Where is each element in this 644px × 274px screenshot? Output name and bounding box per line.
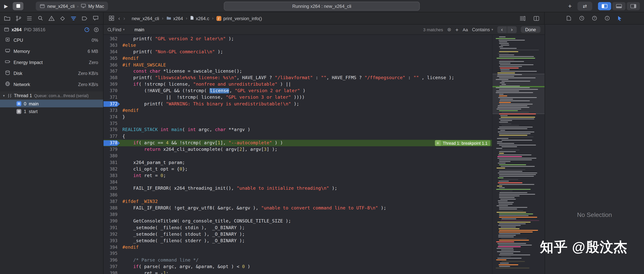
- line-number[interactable]: 366: [104, 62, 120, 68]
- line-number[interactable]: 387: [104, 198, 120, 205]
- code-line[interactable]: 397 if( parse( argc, argv, &param, &opt …: [104, 264, 492, 270]
- clear-search-button[interactable]: ⊗: [447, 27, 452, 32]
- code-line[interactable]: 371 || !strcmp( license, "GPL version 3 …: [104, 94, 492, 101]
- code-line[interactable]: 362 printf( "GPL version 2 or later\n" )…: [104, 36, 492, 42]
- line-number[interactable]: 376: [104, 127, 120, 133]
- code-line[interactable]: 375: [104, 120, 492, 127]
- line-number[interactable]: 388: [104, 205, 120, 212]
- code-line[interactable]: 396 /* Parse command line */: [104, 257, 492, 264]
- line-number[interactable]: 363: [104, 42, 120, 49]
- code-line[interactable]: 369 if( !strcmp( license, "nonfree and u…: [104, 81, 492, 88]
- test-navigator-tab[interactable]: [59, 14, 66, 22]
- stack-frame-row[interactable]: 1start: [0, 107, 103, 115]
- code-line[interactable]: 388 FAIL_IF_ERROR( !get_argv_utf8( &argc…: [104, 205, 492, 212]
- breakpoint-marker[interactable]: 372: [104, 101, 120, 107]
- code-line[interactable]: 390 GetConsoleTitleW( org_console_title,…: [104, 218, 492, 225]
- breadcrumb-item[interactable]: x264: [166, 16, 183, 21]
- source-control-navigator-tab[interactable]: [15, 14, 22, 22]
- code-line[interactable]: 383 int ret = 0;: [104, 172, 492, 179]
- line-number[interactable]: 391: [104, 225, 120, 231]
- done-button[interactable]: Done: [521, 26, 540, 33]
- line-number[interactable]: 370: [104, 88, 120, 94]
- add-editor-button[interactable]: [533, 14, 540, 22]
- code-line[interactable]: 376REALIGN_STACK int main( int argc, cha…: [104, 127, 492, 133]
- code-line[interactable]: 372 printf( "WARNING: This binary is unr…: [104, 101, 492, 107]
- line-number[interactable]: 395: [104, 251, 120, 257]
- code-line[interactable]: 398 ret = -1;: [104, 270, 492, 274]
- match-type-dropdown[interactable]: Contains ▾: [472, 27, 493, 32]
- line-number[interactable]: 385: [104, 185, 120, 192]
- metric-row[interactable]: NetworkZero KB/s: [0, 79, 103, 90]
- line-number[interactable]: 371: [104, 94, 120, 101]
- find-next-button[interactable]: ›: [507, 26, 516, 33]
- code-line[interactable]: 391 _setmode( _fileno( stdin ), _O_BINAR…: [104, 225, 492, 231]
- metric-row[interactable]: Energy ImpactZero: [0, 57, 103, 68]
- code-line[interactable]: 382 cli_opt_t opt = {0};: [104, 166, 492, 172]
- stack-frame-row[interactable]: 0main: [0, 100, 103, 108]
- line-number[interactable]: 396: [104, 257, 120, 264]
- report-navigator-tab[interactable]: [92, 14, 100, 22]
- line-number[interactable]: 373: [104, 107, 120, 114]
- code-view[interactable]: 362 printf( "GPL version 2 or later\n" )…: [104, 35, 492, 274]
- code-line[interactable]: 367 const char *license = swscale_licens…: [104, 68, 492, 75]
- line-number[interactable]: 398: [104, 270, 120, 274]
- add-find-row-button[interactable]: +: [456, 27, 458, 32]
- info-inspector-button[interactable]: [603, 14, 611, 22]
- code-line[interactable]: 365#endif: [104, 55, 492, 62]
- issue-navigator-tab[interactable]: [48, 14, 55, 22]
- line-number[interactable]: 375: [104, 120, 120, 127]
- find-navigator-tab[interactable]: [37, 14, 44, 22]
- breakpoint-marker[interactable]: 378: [104, 140, 120, 146]
- code-line[interactable]: 392 _setmode( _fileno( stdout ), _O_BINA…: [104, 231, 492, 238]
- standard-editor-button[interactable]: [598, 2, 611, 10]
- minimap[interactable]: [492, 35, 545, 274]
- thread-row[interactable]: ▼ Thread 1 Queue: com.a...thread (serial…: [0, 91, 103, 100]
- history-inspector-button[interactable]: [578, 14, 586, 22]
- adjust-editor-options-button[interactable]: [519, 14, 526, 22]
- code-line[interactable]: 387#ifdef _WIN32: [104, 198, 492, 205]
- code-line[interactable]: 381 x264_param_t param;: [104, 159, 492, 166]
- line-number[interactable]: 384: [104, 179, 120, 185]
- code-line[interactable]: 384: [104, 179, 492, 185]
- canvas-editor-button[interactable]: [627, 2, 640, 10]
- breadcrumb-item[interactable]: ƒprint_version_info(): [216, 16, 262, 21]
- back-button[interactable]: ‹: [118, 15, 120, 21]
- line-number[interactable]: 381: [104, 159, 120, 166]
- breakpoint-navigator-tab[interactable]: [81, 14, 88, 22]
- assistant-editor-button[interactable]: [612, 2, 626, 10]
- metric-row[interactable]: Memory6 MB: [0, 45, 103, 57]
- stop-button[interactable]: [13, 2, 24, 10]
- filter-icon[interactable]: [94, 27, 99, 32]
- line-number[interactable]: 397: [104, 264, 120, 270]
- breadcrumb-item[interactable]: new_x264_cli: [132, 16, 159, 21]
- line-number[interactable]: 362: [104, 36, 120, 42]
- code-line[interactable]: 394#endif: [104, 244, 492, 251]
- line-number[interactable]: 389: [104, 212, 120, 218]
- match-case-button[interactable]: Aa: [462, 27, 468, 32]
- code-line[interactable]: 380: [104, 153, 492, 159]
- process-header[interactable]: x264 PID 38516: [0, 24, 103, 34]
- code-line[interactable]: 395: [104, 251, 492, 257]
- line-number[interactable]: 394: [104, 244, 120, 251]
- line-number[interactable]: 364: [104, 49, 120, 55]
- code-line[interactable]: 363#else: [104, 42, 492, 49]
- breadcrumb-item[interactable]: x264.c: [190, 15, 209, 21]
- run-button[interactable]: ▶: [4, 3, 8, 9]
- scheme-selector[interactable]: new_x264_cli › My Mac: [36, 1, 108, 10]
- debug-inspector-button[interactable]: [616, 14, 624, 22]
- code-line[interactable]: 373#endif: [104, 107, 492, 114]
- code-line[interactable]: 366#if HAVE_SWSCALE: [104, 62, 492, 68]
- line-number[interactable]: 392: [104, 231, 120, 238]
- line-number[interactable]: 365: [104, 55, 120, 62]
- code-line[interactable]: 378 if( argc == 4 && !strcmp( argv[1], "…: [104, 140, 492, 146]
- file-inspector-button[interactable]: [565, 14, 572, 22]
- find-mode-dropdown[interactable]: Find ▾: [108, 27, 124, 32]
- find-input[interactable]: main: [129, 27, 419, 32]
- gauge-icon[interactable]: [84, 27, 90, 32]
- code-line[interactable]: 385 FAIL_IF_ERROR( x264_threading_init()…: [104, 185, 492, 192]
- line-number[interactable]: 386: [104, 192, 120, 198]
- symbol-navigator-tab[interactable]: [26, 14, 33, 22]
- line-number[interactable]: 367: [104, 68, 120, 75]
- code-line[interactable]: 368 printf( "libswscale%s%s license: %s\…: [104, 75, 492, 81]
- line-number[interactable]: 368: [104, 75, 120, 81]
